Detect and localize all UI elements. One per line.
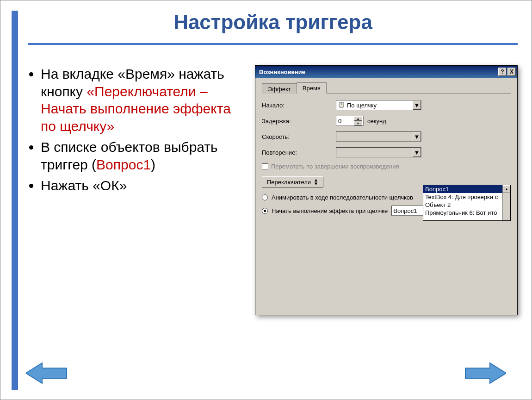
spin-down-icon[interactable]: ▼ [354,121,362,125]
dialog-title: Возникновение [259,69,305,75]
bullet-2b: Вопрос1 [96,157,151,172]
slide: Настройка триггера На вкладке «Время» на… [0,0,532,400]
svg-marker-2 [465,363,506,383]
next-slide-arrow[interactable] [464,362,506,387]
trigger-object-list[interactable]: Вопрос1 TextBox 4: Для проверки с Объект… [423,185,511,221]
radio-sequence[interactable] [262,194,268,200]
switches-label: Переключатели [267,179,311,186]
row-rewind: Перемотать по завершении воспроизведения [262,163,511,170]
delay-spinner[interactable]: ▲ ▼ [336,116,364,126]
list-item[interactable]: TextBox 4: Для проверки с [423,193,510,201]
tab-time[interactable]: Время [297,82,327,94]
dropdown-arrow-icon[interactable]: ▼ [413,132,421,141]
row-repeat: Повторение: ▼ [262,147,511,157]
bullet-3: Нажать «ОК» [41,177,248,194]
bullet-1: На вкладке «Время» нажать кнопку «Перекл… [41,65,248,135]
row-speed: Скорость: ▼ [262,131,511,142]
close-button[interactable]: X [507,68,516,76]
dialog-body: Эффект Время Начало: По щелчку ▼ З [255,78,517,220]
start-dropdown[interactable]: По щелчку ▼ [336,100,421,110]
scroll-up-icon[interactable]: ▲ [503,185,510,193]
label-repeat: Повторение: [262,149,310,156]
bullet-2c: ) [151,157,155,172]
list-scrollbar[interactable]: ▲ [502,185,510,220]
repeat-dropdown[interactable]: ▼ [336,147,421,157]
radio-sequence-label: Анимировать в ходе последовательности ще… [272,194,413,201]
radio-trigger[interactable] [262,208,268,214]
slide-title: Настройка триггера [28,11,518,34]
label-start: Начало: [262,102,310,109]
switches-toggle-button[interactable]: Переключатели ▲▼ [262,176,323,188]
list-item[interactable]: Объект 2 [423,201,510,209]
start-value: По щелчку [347,102,377,109]
row-start: Начало: По щелчку ▼ [262,100,511,110]
dropdown-arrow-icon[interactable]: ▼ [413,148,421,157]
help-button[interactable]: ? [498,68,507,76]
dropdown-arrow-icon[interactable]: ▼ [413,100,421,110]
spin-up-icon[interactable]: ▲ [354,116,362,121]
trigger-selected-value: Вопрос1 [393,207,417,214]
label-rewind: Перемотать по завершении воспроизведения [271,163,399,170]
label-seconds: секунд [367,118,386,125]
row-delay: Задержка: ▲ ▼ секунд [262,116,511,126]
tab-strip: Эффект Время [262,82,511,94]
slide-accent-bar [12,11,18,390]
mouse-click-icon [338,101,345,109]
radio-trigger-label: Начать выполнение эффекта при щелчке [272,207,388,214]
prev-slide-arrow[interactable] [26,362,68,387]
label-speed: Скорость: [262,133,310,140]
bullet-list: На вкладке «Время» нажать кнопку «Перекл… [26,65,248,198]
list-item[interactable]: Вопрос1 [423,185,510,193]
dialog-window: Возникновение ? X Эффект Время Начало: П… [255,65,518,315]
collapse-icon: ▲▼ [314,178,318,186]
label-delay: Задержка: [262,118,310,125]
list-item[interactable]: Прямоугольник 6: Вот ито [423,209,510,217]
delay-input[interactable] [336,117,354,125]
tab-effect[interactable]: Эффект [262,83,297,94]
dialog-titlebar[interactable]: Возникновение ? X [255,66,517,78]
svg-marker-1 [26,363,67,383]
speed-dropdown[interactable]: ▼ [336,131,421,142]
rewind-checkbox [262,163,268,170]
bullet-2: В списке объектов выбрать триггер (Вопро… [41,138,248,173]
title-underline [28,43,518,45]
